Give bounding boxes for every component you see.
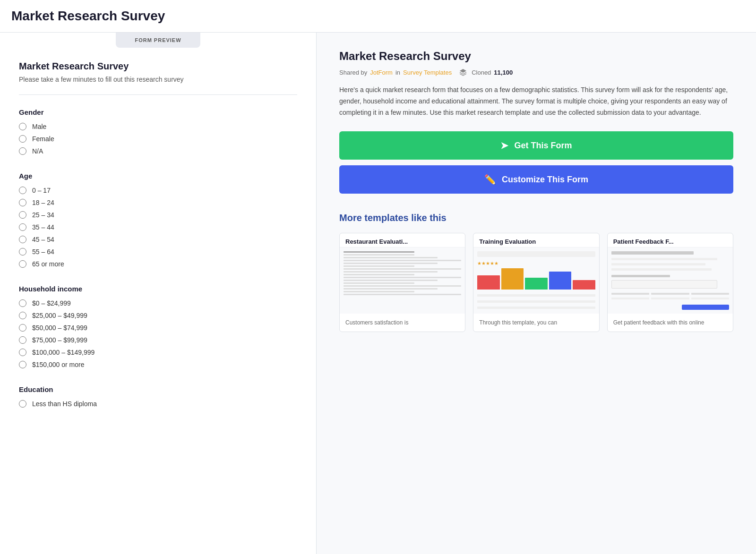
template-title: Market Research Survey: [339, 50, 733, 63]
radio-age-35-44-label: 35 – 44: [32, 223, 54, 231]
radio-age-0-17-input[interactable]: [19, 187, 26, 194]
radio-na-input[interactable]: [19, 147, 26, 155]
section-age-label: Age: [19, 172, 297, 180]
radio-age-25-34-input[interactable]: [19, 211, 26, 219]
radio-age-45-54[interactable]: 45 – 54: [19, 236, 297, 243]
preview-line: [344, 291, 414, 292]
radio-income-6[interactable]: $150,000 or more: [19, 361, 297, 368]
bar1: [477, 275, 499, 290]
radio-age-55-64[interactable]: 55 – 64: [19, 248, 297, 256]
radio-age-55-64-input[interactable]: [19, 248, 26, 256]
preview-line: [344, 277, 461, 278]
preview-cell: [691, 298, 729, 299]
template-card-training-header: Training Evaluation: [473, 233, 599, 247]
preview-line: [344, 294, 461, 295]
radio-female[interactable]: Female: [19, 135, 297, 143]
preview-line: [344, 271, 438, 273]
training-preview-content: ★★★★★: [473, 247, 599, 314]
get-this-form-label: Get This Form: [514, 141, 572, 151]
radio-age-0-17-label: 0 – 17: [32, 187, 51, 194]
radio-income-1[interactable]: $0 – $24,999: [19, 299, 297, 307]
left-panel: FORM PREVIEW Market Research Survey Plea…: [0, 33, 317, 554]
radio-income-3-input[interactable]: [19, 324, 26, 332]
radio-age-18-24[interactable]: 18 – 24: [19, 199, 297, 206]
page-title: Market Research Survey: [11, 9, 745, 24]
preview-line: [477, 251, 595, 257]
shared-by-text: Shared by: [339, 69, 367, 76]
template-card-restaurant-header: Restaurant Evaluati...: [340, 233, 465, 247]
preview-line: [344, 274, 414, 275]
preview-cell: [691, 293, 729, 295]
get-form-icon: ➤: [500, 140, 508, 151]
radio-age-0-17[interactable]: 0 – 17: [19, 187, 297, 194]
form-content: Market Research Survey Please take a few…: [0, 48, 316, 443]
radio-income-4[interactable]: $75,000 – $99,999: [19, 336, 297, 344]
template-description: Here's a quick market research form that…: [339, 85, 733, 118]
radio-income-2-input[interactable]: [19, 312, 26, 319]
radio-age-18-24-input[interactable]: [19, 199, 26, 206]
section-education-label: Education: [19, 385, 297, 393]
customize-this-form-label: Customize This Form: [502, 175, 588, 185]
category-link[interactable]: Survey Templates: [403, 69, 452, 76]
radio-male[interactable]: Male: [19, 123, 297, 130]
radio-age-45-54-input[interactable]: [19, 236, 26, 243]
radio-age-35-44[interactable]: 35 – 44: [19, 223, 297, 231]
preview-line: [344, 251, 414, 253]
section-income: Household income $0 – $24,999 $25,000 – …: [19, 285, 297, 368]
preview-line: [344, 280, 438, 281]
template-card-patient-preview: [608, 247, 733, 314]
cloned-count: 11,100: [494, 69, 513, 76]
radio-income-4-input[interactable]: [19, 336, 26, 344]
template-card-patient-header: Patient Feedback F...: [608, 233, 733, 247]
radio-income-3[interactable]: $50,000 – $74,999: [19, 324, 297, 332]
radio-age-35-44-input[interactable]: [19, 223, 26, 231]
radio-male-input[interactable]: [19, 123, 26, 130]
radio-male-label: Male: [32, 123, 46, 130]
preview-line: [344, 265, 414, 267]
preview-line: [344, 268, 461, 270]
radio-na[interactable]: N/A: [19, 147, 297, 155]
radio-income-2-label: $25,000 – $49,999: [32, 312, 87, 319]
preview-line: [611, 258, 717, 260]
bar2: [501, 268, 524, 290]
template-card-training[interactable]: Training Evaluation ★★★★★: [473, 233, 599, 332]
preview-line: [611, 251, 694, 255]
get-this-form-button[interactable]: ➤ Get This Form: [339, 131, 733, 160]
radio-age-65plus[interactable]: 65 or more: [19, 260, 297, 268]
preview-table: [611, 293, 729, 295]
radio-income-5-input[interactable]: [19, 349, 26, 356]
more-templates-title: More templates like this: [339, 213, 733, 223]
radio-edu-1-label: Less than HS diploma: [32, 400, 97, 408]
radio-na-label: N/A: [32, 147, 43, 155]
radio-edu-1-input[interactable]: [19, 400, 26, 408]
preview-line: [477, 300, 595, 303]
preview-line: [477, 294, 595, 297]
radio-age-65plus-input[interactable]: [19, 260, 26, 268]
customize-form-icon: ✏️: [484, 174, 496, 185]
preview-line: [344, 285, 461, 287]
template-card-training-preview: ★★★★★: [473, 247, 599, 314]
radio-edu-1[interactable]: Less than HS diploma: [19, 400, 297, 408]
meta-row: Shared by JotForm in Survey Templates Cl…: [339, 68, 733, 76]
template-card-restaurant-desc: Customers satisfaction is: [340, 314, 465, 332]
radio-income-5[interactable]: $100,000 – $149,999: [19, 349, 297, 356]
preview-cell: [651, 298, 689, 299]
preview-cell: [611, 293, 649, 295]
radio-female-input[interactable]: [19, 135, 26, 143]
template-card-patient[interactable]: Patient Feedback F...: [607, 233, 733, 332]
radio-age-25-34[interactable]: 25 – 34: [19, 211, 297, 219]
radio-age-25-34-label: 25 – 34: [32, 211, 54, 219]
customize-this-form-button[interactable]: ✏️ Customize This Form: [339, 165, 733, 194]
radio-income-1-label: $0 – $24,999: [32, 299, 71, 307]
radio-income-6-input[interactable]: [19, 361, 26, 368]
bar4: [549, 272, 571, 290]
template-card-restaurant[interactable]: Restaurant Evaluati...: [339, 233, 465, 332]
section-income-label: Household income: [19, 285, 297, 293]
radio-income-1-input[interactable]: [19, 299, 26, 307]
author-link[interactable]: JotForm: [370, 69, 393, 76]
radio-income-2[interactable]: $25,000 – $49,999: [19, 312, 297, 319]
radio-income-4-label: $75,000 – $99,999: [32, 336, 87, 344]
preview-line: [611, 268, 712, 271]
section-gender-label: Gender: [19, 108, 297, 116]
section-education: Education Less than HS diploma: [19, 385, 297, 408]
